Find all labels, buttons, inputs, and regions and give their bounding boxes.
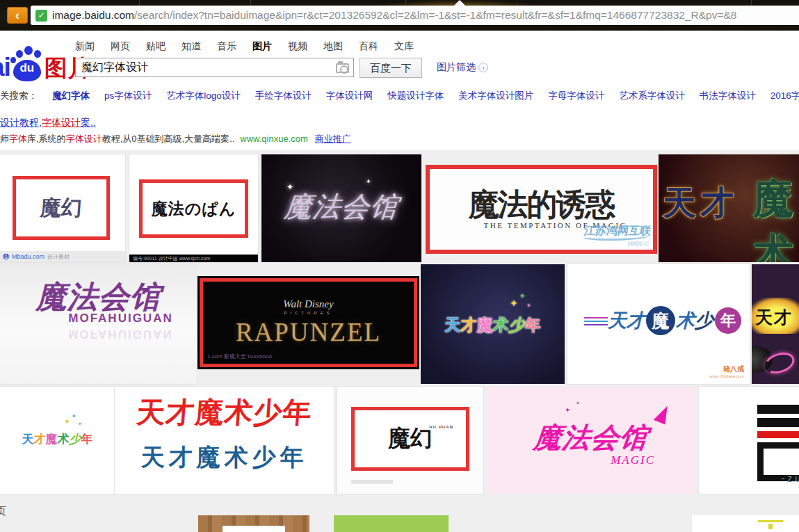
search-input[interactable] xyxy=(76,58,334,76)
ad-block: 设计教程,字体设计案.. 师字体库,系统的字体设计教程,从0基础到高级,大量高端… xyxy=(0,117,799,145)
tile-watermark: 猪八戒 www.zhubajie.com xyxy=(709,364,744,378)
sparkle-icon: ✦ xyxy=(286,182,293,192)
tile-text: 魔幻 HU HUAN xyxy=(388,424,433,454)
image-result-mofa-huiguan-purple[interactable]: 魔法会馆 MOFAHUIGUAN MOFAHUIGUAN xyxy=(0,264,197,384)
tile-watermark: 江苏鸿网互联 68IDC.C xyxy=(582,224,652,247)
related-link[interactable]: 魔幻字体 xyxy=(52,90,90,102)
image-result-black-bars-clipped[interactable]: - z.u xyxy=(699,387,799,494)
image-results-grid: 魔幻 Ⓜ Mbadu.com 设计素材 魔法のぱん 编号:90011 设计中国 … xyxy=(0,150,799,532)
nav-news[interactable]: 新闻 xyxy=(75,40,95,53)
tile-text: 天才魔术少年 xyxy=(608,306,741,335)
related-link[interactable]: 美术字体设计图片 xyxy=(458,90,533,102)
clipped-text-glyph: 页 xyxy=(0,505,6,518)
ad-title-link[interactable]: 设计教程,字体设计案.. xyxy=(0,117,799,129)
star-icon: ✦ xyxy=(526,303,531,309)
related-link[interactable]: 2016字体设 xyxy=(770,90,799,102)
decor-stripes xyxy=(584,317,608,326)
ad-url: www.qinxue.com xyxy=(240,134,308,144)
red-highlight-frame: 魔法のぱん xyxy=(139,179,248,238)
ad-promo-tag[interactable]: 商业推广 xyxy=(315,134,351,144)
ad-desc-highlight: 字体 xyxy=(9,134,27,144)
tile-text: 天才 xyxy=(663,181,738,225)
related-link[interactable]: 手绘字体设计 xyxy=(255,90,312,102)
nav-zhidao[interactable]: 知道 xyxy=(181,40,201,53)
related-link[interactable]: 艺术系字体设计 xyxy=(619,90,685,102)
tile-text: 天才 xyxy=(755,306,793,329)
star-icon: ✦ xyxy=(64,417,70,426)
decor-box xyxy=(223,526,285,532)
image-result-white-partial[interactable] xyxy=(692,515,799,532)
browser-chrome: ‹ ✓ image.baidu.com/search/index?tn=baid… xyxy=(0,0,799,31)
baidu-paw-icon: du xyxy=(11,45,43,83)
star-icon: ✦ xyxy=(519,292,525,300)
related-link[interactable]: 字体设计网 xyxy=(326,90,373,102)
nav-baike[interactable]: 百科 xyxy=(359,40,378,53)
decor-bar xyxy=(757,418,799,427)
ad-desc-text: 教程,从0基础到高级,大量高端案.. xyxy=(102,134,235,144)
tile-watermark: 1.com 影视大全 Duomnuo xyxy=(207,353,272,360)
image-result-green-partial[interactable] xyxy=(334,515,449,532)
tile-text: 魔法的诱惑 xyxy=(469,189,615,220)
image-result-tiancai-moshu-shaonian-white[interactable]: 天才魔术少年 猪八戒 www.zhubajie.com xyxy=(567,264,750,384)
watermark-text: www.zhubajie.com xyxy=(709,374,744,378)
image-result-tiancai-moshu-maroon[interactable]: 天才 魔术 xyxy=(659,154,799,262)
related-link[interactable]: 字母字体设计 xyxy=(548,90,604,102)
tile-text-red: 天才魔术少年 xyxy=(115,394,334,432)
nav-music[interactable]: 音乐 xyxy=(217,40,236,53)
image-result-temptation-of-magic[interactable]: 魔法的诱惑 THE TEMPTATION OF MAGIC 江苏鸿网互联 68I… xyxy=(426,165,657,254)
address-bar[interactable]: ✓ image.baidu.com/search/index?tn=baidui… xyxy=(31,6,799,25)
decor-bar xyxy=(757,405,799,414)
image-result-tiancai-moshu-shaonian-navy[interactable]: 天才魔术少年 ✦ ✦ ✦ xyxy=(421,264,565,384)
tab-divider xyxy=(139,0,140,6)
tile-text: 天才魔术少年 xyxy=(421,314,565,336)
tile-watermark: 编号:90011 设计中国 www.sjcn.com xyxy=(129,255,258,262)
related-link[interactable]: 快题设计字体 xyxy=(387,90,444,102)
camera-search-icon[interactable] xyxy=(336,63,349,73)
ad-desc-text: 师 xyxy=(0,134,9,144)
image-result-mofa-huiguan-magic-pink[interactable]: 魔法会馆 MAGIC ✦ ✦ xyxy=(487,387,695,494)
image-result-tiancai-moshu-shaonian-small[interactable]: 天才魔术少年 ✦ ✦ ✦ xyxy=(0,387,115,494)
tile-subtitle: HU HUAN xyxy=(429,425,453,429)
tile-text: 魔法会馆 xyxy=(0,282,197,313)
decor-glyph xyxy=(758,520,783,529)
watermark-text: Mbadu.com xyxy=(12,253,45,260)
related-link[interactable]: 书法字体设计 xyxy=(700,90,756,102)
nav-video[interactable]: 视频 xyxy=(288,40,307,53)
chevron-right-icon: › xyxy=(478,63,488,72)
image-result-rapunzel[interactable]: Walt Disney PICTURES RAPUNZEL 1.com 影视大全… xyxy=(200,278,417,367)
search-button[interactable]: 百度一下 xyxy=(360,58,422,78)
nav-web[interactable]: 网页 xyxy=(111,40,130,53)
watermark-text: 猪八戒 xyxy=(709,364,744,374)
tile-text: 魔法会馆 xyxy=(487,419,695,457)
related-label: 关搜索： xyxy=(0,90,38,102)
tile-text: RAPUNZEL xyxy=(236,317,381,347)
image-result-mohuan-small[interactable]: 魔幻 HU HUAN xyxy=(337,387,483,494)
star-icon: ✦ xyxy=(72,413,76,419)
baidu-image-search-page: ‹ ✓ image.baidu.com/search/index?tn=baid… xyxy=(0,0,799,532)
related-link[interactable]: 艺术字体logo设计 xyxy=(166,90,241,102)
tile-subtitle: MAGIC xyxy=(611,453,655,467)
star-icon: ✦ xyxy=(576,401,580,406)
image-result-wood-partial[interactable] xyxy=(198,515,309,532)
tile-text-blue: 天才魔术少年 xyxy=(115,442,334,474)
tile-text: 魔法会馆 xyxy=(261,188,421,226)
nav-wenku[interactable]: 文库 xyxy=(394,40,414,53)
image-result-tiancai-red-blue[interactable]: 天才魔术少年 天才魔术少年 xyxy=(115,387,334,494)
image-filter-link[interactable]: 图片筛选 › xyxy=(437,61,488,74)
tab-divider xyxy=(517,0,517,6)
image-result-mofa-huiguan-dark[interactable]: 魔法会馆 ✦ ✦ xyxy=(261,154,421,262)
tile-text: 天才魔术少年 xyxy=(0,431,115,447)
ad-title-part: 设计教程, xyxy=(0,117,42,128)
image-result-mohuan-logo[interactable]: 魔幻 Ⓜ Mbadu.com 设计素材 xyxy=(0,154,125,262)
related-link[interactable]: ps字体设计 xyxy=(104,90,152,102)
logo-text-bai: ai xyxy=(0,51,10,83)
image-result-mahou-no-pan[interactable]: 魔法のぱん 编号:90011 设计中国 www.sjcn.com xyxy=(129,154,258,262)
nav-map[interactable]: 地图 xyxy=(323,40,343,53)
logo-text-du: du xyxy=(13,61,41,75)
image-result-tiancai-flame-clipped[interactable]: 天才 xyxy=(752,264,799,384)
nav-image-active[interactable]: 图片 xyxy=(252,40,272,53)
watermark-icon: Ⓜ xyxy=(3,252,9,261)
site-security-icon[interactable]: ✓ xyxy=(35,10,47,22)
nav-tieba[interactable]: 贴吧 xyxy=(146,40,166,53)
back-button[interactable]: ‹ xyxy=(7,7,28,24)
